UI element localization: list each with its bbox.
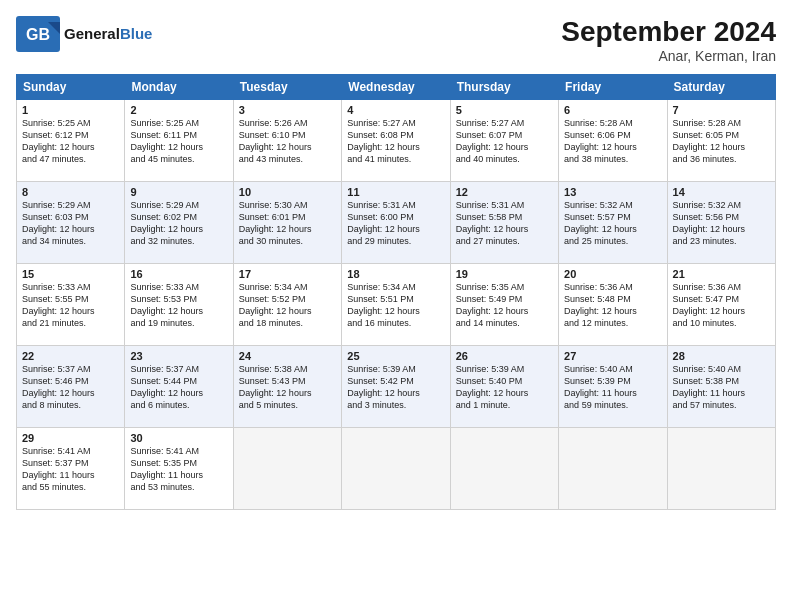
table-row: 24Sunrise: 5:38 AM Sunset: 5:43 PM Dayli… [233, 346, 341, 428]
table-row [342, 428, 450, 510]
calendar-table: Sunday Monday Tuesday Wednesday Thursday… [16, 74, 776, 510]
cell-content: Sunrise: 5:39 AM Sunset: 5:40 PM Dayligh… [456, 363, 553, 412]
main-title: September 2024 [561, 16, 776, 48]
day-number: 27 [564, 350, 661, 362]
day-number: 9 [130, 186, 227, 198]
cell-content: Sunrise: 5:30 AM Sunset: 6:01 PM Dayligh… [239, 199, 336, 248]
cell-content: Sunrise: 5:31 AM Sunset: 6:00 PM Dayligh… [347, 199, 444, 248]
table-row: 25Sunrise: 5:39 AM Sunset: 5:42 PM Dayli… [342, 346, 450, 428]
table-row: 29Sunrise: 5:41 AM Sunset: 5:37 PM Dayli… [17, 428, 125, 510]
table-row: 7Sunrise: 5:28 AM Sunset: 6:05 PM Daylig… [667, 100, 775, 182]
cell-content: Sunrise: 5:34 AM Sunset: 5:52 PM Dayligh… [239, 281, 336, 330]
table-row: 4Sunrise: 5:27 AM Sunset: 6:08 PM Daylig… [342, 100, 450, 182]
cell-content: Sunrise: 5:28 AM Sunset: 6:06 PM Dayligh… [564, 117, 661, 166]
table-row [667, 428, 775, 510]
table-row: 30Sunrise: 5:41 AM Sunset: 5:35 PM Dayli… [125, 428, 233, 510]
day-number: 2 [130, 104, 227, 116]
page: GB GeneralBlue September 2024 Anar, Kerm… [0, 0, 792, 612]
cell-content: Sunrise: 5:40 AM Sunset: 5:39 PM Dayligh… [564, 363, 661, 412]
day-number: 21 [673, 268, 770, 280]
table-row [559, 428, 667, 510]
day-number: 16 [130, 268, 227, 280]
table-row: 26Sunrise: 5:39 AM Sunset: 5:40 PM Dayli… [450, 346, 558, 428]
day-number: 1 [22, 104, 119, 116]
cell-content: Sunrise: 5:28 AM Sunset: 6:05 PM Dayligh… [673, 117, 770, 166]
table-row: 1Sunrise: 5:25 AM Sunset: 6:12 PM Daylig… [17, 100, 125, 182]
day-number: 26 [456, 350, 553, 362]
logo-icon: GB [16, 16, 60, 52]
col-friday: Friday [559, 75, 667, 100]
cell-content: Sunrise: 5:35 AM Sunset: 5:49 PM Dayligh… [456, 281, 553, 330]
table-row: 10Sunrise: 5:30 AM Sunset: 6:01 PM Dayli… [233, 182, 341, 264]
calendar-week-2: 8Sunrise: 5:29 AM Sunset: 6:03 PM Daylig… [17, 182, 776, 264]
table-row: 23Sunrise: 5:37 AM Sunset: 5:44 PM Dayli… [125, 346, 233, 428]
logo-text: GeneralBlue [64, 25, 152, 43]
day-number: 5 [456, 104, 553, 116]
cell-content: Sunrise: 5:29 AM Sunset: 6:02 PM Dayligh… [130, 199, 227, 248]
table-row: 16Sunrise: 5:33 AM Sunset: 5:53 PM Dayli… [125, 264, 233, 346]
calendar-week-3: 15Sunrise: 5:33 AM Sunset: 5:55 PM Dayli… [17, 264, 776, 346]
cell-content: Sunrise: 5:38 AM Sunset: 5:43 PM Dayligh… [239, 363, 336, 412]
col-sunday: Sunday [17, 75, 125, 100]
day-number: 11 [347, 186, 444, 198]
table-row: 27Sunrise: 5:40 AM Sunset: 5:39 PM Dayli… [559, 346, 667, 428]
day-number: 14 [673, 186, 770, 198]
table-row: 17Sunrise: 5:34 AM Sunset: 5:52 PM Dayli… [233, 264, 341, 346]
calendar-week-1: 1Sunrise: 5:25 AM Sunset: 6:12 PM Daylig… [17, 100, 776, 182]
table-row: 9Sunrise: 5:29 AM Sunset: 6:02 PM Daylig… [125, 182, 233, 264]
calendar-week-5: 29Sunrise: 5:41 AM Sunset: 5:37 PM Dayli… [17, 428, 776, 510]
cell-content: Sunrise: 5:41 AM Sunset: 5:37 PM Dayligh… [22, 445, 119, 494]
day-number: 18 [347, 268, 444, 280]
cell-content: Sunrise: 5:26 AM Sunset: 6:10 PM Dayligh… [239, 117, 336, 166]
day-number: 29 [22, 432, 119, 444]
cell-content: Sunrise: 5:31 AM Sunset: 5:58 PM Dayligh… [456, 199, 553, 248]
day-number: 7 [673, 104, 770, 116]
col-thursday: Thursday [450, 75, 558, 100]
day-number: 20 [564, 268, 661, 280]
cell-content: Sunrise: 5:37 AM Sunset: 5:46 PM Dayligh… [22, 363, 119, 412]
table-row: 21Sunrise: 5:36 AM Sunset: 5:47 PM Dayli… [667, 264, 775, 346]
svg-text:GB: GB [26, 26, 50, 43]
calendar-week-4: 22Sunrise: 5:37 AM Sunset: 5:46 PM Dayli… [17, 346, 776, 428]
day-number: 4 [347, 104, 444, 116]
day-number: 15 [22, 268, 119, 280]
table-row [233, 428, 341, 510]
cell-content: Sunrise: 5:34 AM Sunset: 5:51 PM Dayligh… [347, 281, 444, 330]
cell-content: Sunrise: 5:40 AM Sunset: 5:38 PM Dayligh… [673, 363, 770, 412]
cell-content: Sunrise: 5:33 AM Sunset: 5:53 PM Dayligh… [130, 281, 227, 330]
day-number: 28 [673, 350, 770, 362]
day-number: 10 [239, 186, 336, 198]
day-number: 3 [239, 104, 336, 116]
header: GB GeneralBlue September 2024 Anar, Kerm… [16, 16, 776, 64]
cell-content: Sunrise: 5:29 AM Sunset: 6:03 PM Dayligh… [22, 199, 119, 248]
logo: GB GeneralBlue [16, 16, 152, 52]
table-row: 22Sunrise: 5:37 AM Sunset: 5:46 PM Dayli… [17, 346, 125, 428]
cell-content: Sunrise: 5:27 AM Sunset: 6:08 PM Dayligh… [347, 117, 444, 166]
day-number: 23 [130, 350, 227, 362]
day-number: 6 [564, 104, 661, 116]
day-number: 13 [564, 186, 661, 198]
cell-content: Sunrise: 5:25 AM Sunset: 6:11 PM Dayligh… [130, 117, 227, 166]
day-number: 25 [347, 350, 444, 362]
table-row: 2Sunrise: 5:25 AM Sunset: 6:11 PM Daylig… [125, 100, 233, 182]
col-monday: Monday [125, 75, 233, 100]
table-row: 19Sunrise: 5:35 AM Sunset: 5:49 PM Dayli… [450, 264, 558, 346]
logo-general: General [64, 25, 120, 42]
day-number: 30 [130, 432, 227, 444]
cell-content: Sunrise: 5:27 AM Sunset: 6:07 PM Dayligh… [456, 117, 553, 166]
sub-title: Anar, Kerman, Iran [561, 48, 776, 64]
table-row: 14Sunrise: 5:32 AM Sunset: 5:56 PM Dayli… [667, 182, 775, 264]
day-number: 12 [456, 186, 553, 198]
day-number: 17 [239, 268, 336, 280]
cell-content: Sunrise: 5:33 AM Sunset: 5:55 PM Dayligh… [22, 281, 119, 330]
col-wednesday: Wednesday [342, 75, 450, 100]
table-row: 13Sunrise: 5:32 AM Sunset: 5:57 PM Dayli… [559, 182, 667, 264]
col-tuesday: Tuesday [233, 75, 341, 100]
col-saturday: Saturday [667, 75, 775, 100]
cell-content: Sunrise: 5:36 AM Sunset: 5:48 PM Dayligh… [564, 281, 661, 330]
calendar-header-row: Sunday Monday Tuesday Wednesday Thursday… [17, 75, 776, 100]
table-row [450, 428, 558, 510]
table-row: 11Sunrise: 5:31 AM Sunset: 6:00 PM Dayli… [342, 182, 450, 264]
day-number: 19 [456, 268, 553, 280]
table-row: 12Sunrise: 5:31 AM Sunset: 5:58 PM Dayli… [450, 182, 558, 264]
